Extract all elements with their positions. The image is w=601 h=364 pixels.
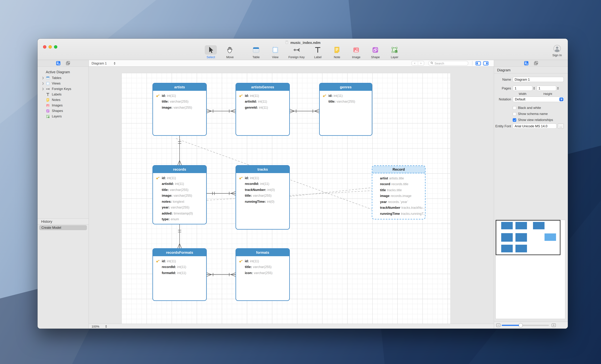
diagram-name-input[interactable] [513,77,564,82]
sidebar-item-tables[interactable]: ❯Tables [38,75,89,81]
zoom-in-icon[interactable] [552,324,556,327]
table-formats[interactable]: formatsid:int(11)title:varchar(255)icon:… [236,248,290,301]
checkbox-checked-icon[interactable] [513,118,516,122]
entity-title[interactable]: artists [153,83,206,91]
entity-title[interactable]: tracks [236,166,289,173]
diagram-drawing-area[interactable]: artistsid:int(11)title:varchar(255)image… [89,67,494,324]
field-row[interactable]: image:varchar(255) [153,193,206,199]
sidebar-item-images[interactable]: Images [38,103,89,108]
notation-select[interactable]: Default [513,97,564,102]
field-row[interactable]: formatId:int(11) [153,270,206,276]
tool-foreign-key[interactable]: Foreign Key [289,45,305,59]
field-row[interactable]: artistId:int(11) [153,181,206,187]
chevron-right-icon[interactable]: ❯ [42,82,44,85]
model-overview-tab-icon[interactable] [66,61,70,66]
field-row[interactable]: artistId:int(11) [236,99,289,104]
zoom-window-button[interactable] [54,45,57,49]
field-row[interactable]: year:varchar(255) [153,204,206,210]
field-row[interactable]: runningTime:int(0) [236,199,289,204]
field-row[interactable]: added:timestamp(0) [153,210,206,216]
field-row[interactable]: image:varchar(255) [153,104,206,111]
table-artistsGenres[interactable]: artistsGenresid:int(11)artistId:int(11)g… [236,83,290,136]
sidebar-item-foreign-keys[interactable]: ❯Foreign Keys [38,86,89,92]
tool-select[interactable]: Select [205,45,217,59]
zoom-level-control[interactable]: 100% [91,324,107,329]
back-button[interactable]: ‹ [412,61,418,65]
field-row[interactable]: id:int(11) [153,175,206,181]
pages-height-stepper[interactable] [557,87,559,90]
field-row[interactable]: id:int(11) [153,258,206,264]
sidebar-item-notes[interactable]: Notes [38,97,89,103]
pages-width-stepper[interactable] [533,87,535,90]
tool-label[interactable]: Label [312,45,324,59]
field-row[interactable]: title:varchar(255) [153,187,206,193]
checkbox-unchecked-icon[interactable] [513,112,516,116]
field-row[interactable]: title:varchar(255) [236,193,289,199]
checkbox-black-and-white[interactable]: Black and white [513,106,541,110]
tool-note[interactable]: Note [331,45,343,59]
field-row[interactable]: trackNumber:int(0) [236,187,289,193]
view-Record[interactable]: Recordartistartists.titlerecordrecords.t… [372,165,426,219]
pages-width-input[interactable] [513,86,532,91]
field-row[interactable]: id:int(11) [153,93,206,99]
tool-shape[interactable]: Shape [369,45,381,59]
zoom-slider-knob[interactable] [519,324,522,327]
field-row[interactable]: titletracks.title [372,187,425,193]
history-item[interactable]: Create Model [39,225,87,230]
field-row[interactable]: recordId:int(11) [153,264,206,270]
checkbox-show-view-relationships[interactable]: Show view relationships [513,118,553,122]
field-row[interactable]: id:int(11) [236,258,289,264]
table-genres[interactable]: genresid:int(11)title:varchar(255) [319,83,372,136]
entity-font-browse-button[interactable]: ... [558,123,564,129]
field-row[interactable]: runningTimetracks.runningT... [372,211,425,217]
tool-layer[interactable]: LLayer [389,45,401,59]
entity-title[interactable]: artistsGenres [236,83,289,91]
minimize-window-button[interactable] [49,45,52,49]
entity-font-input[interactable] [513,123,557,129]
sidebar-item-layers[interactable]: LLayers [38,113,89,119]
field-row[interactable]: artistartists.title [372,175,425,181]
field-row[interactable]: yearrecords.`year` [372,199,425,205]
field-row[interactable]: title:varchar(255) [236,264,289,270]
table-records[interactable]: recordsid:int(11)artistId:int(11)title:v… [152,165,207,224]
forward-button[interactable]: › [418,61,424,65]
entity-title[interactable]: genres [320,83,372,91]
tool-move[interactable]: Move [224,45,236,59]
sidebar-item-views[interactable]: ❯Views [38,81,89,86]
overview-minimap[interactable] [495,220,565,319]
toggle-left-panel-icon[interactable] [475,61,481,67]
field-row[interactable]: icon:varchar(255) [236,270,289,276]
table-recordsFormats[interactable]: recordsFormatsid:int(11)recordId:int(11)… [152,248,207,301]
overview-tab-icon[interactable] [533,61,538,66]
tool-view[interactable]: View [269,45,281,59]
toggle-right-panel-icon[interactable] [483,61,489,67]
checkbox-unchecked-icon[interactable] [513,106,516,110]
field-row[interactable]: title:varchar(255) [320,99,372,104]
field-row[interactable]: type:enum [153,216,206,222]
table-artists[interactable]: artistsid:int(11)title:varchar(255)image… [152,83,207,136]
tool-table[interactable]: Table [250,45,262,59]
pages-height-input[interactable] [537,86,556,91]
sidebar-item-labels[interactable]: Labels [38,92,89,97]
field-row[interactable]: recordrecords.title [372,181,425,187]
chevron-right-icon[interactable]: ❯ [42,88,44,90]
field-row[interactable]: id:int(11) [320,93,372,99]
table-tracks[interactable]: tracksid:int(11)recordId:int(11)trackNum… [236,165,290,230]
field-row[interactable]: id:int(11) [236,93,289,99]
field-row[interactable]: title:varchar(255) [153,99,206,104]
field-row[interactable]: imagerecords.image [372,193,425,199]
field-row[interactable]: notes:longtext [153,199,206,204]
sidebar-item-shapes[interactable]: Shapes [38,108,89,113]
field-row[interactable]: trackNumbertracks.trackNu... [372,205,425,211]
zoom-out-icon[interactable] [496,324,500,327]
checkbox-show-schema-name[interactable]: Show schema name [513,112,548,116]
diagram-selector[interactable]: Diagram 1 [91,60,116,67]
search-field[interactable] [428,61,468,66]
field-row[interactable]: id:int(11) [236,175,289,181]
close-window-button[interactable] [43,45,46,49]
entity-title[interactable]: formats [236,249,289,256]
field-row[interactable]: genreId:int(11) [236,104,289,111]
zoom-slider[interactable] [502,325,549,326]
sign-in-button[interactable]: Sign In [552,44,562,57]
diagram-tab-icon[interactable] [56,61,60,66]
